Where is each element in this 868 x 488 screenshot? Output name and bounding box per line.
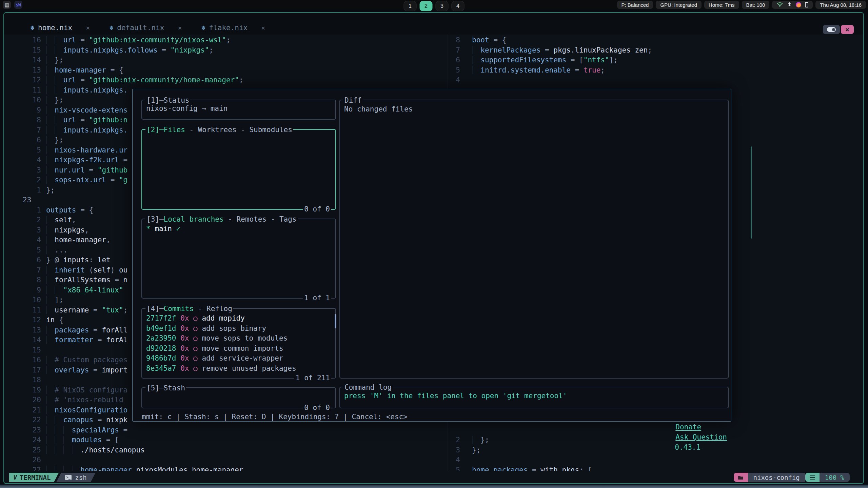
terminal-window: ❄ home.nix × ❄ default.nix × ❄ flake.nix… bbox=[3, 12, 864, 484]
commits-panel-title: [4]─Commits - Reflog bbox=[145, 304, 233, 314]
wifi-icon[interactable] bbox=[776, 1, 783, 8]
ask-question-link[interactable]: Ask Question bbox=[675, 433, 727, 441]
diff-panel-title: Diff bbox=[343, 95, 363, 105]
statusline: V TERMINAL >_ zsh nixos-config 100 % bbox=[4, 473, 863, 482]
clock-module[interactable]: Thu Aug 08, 18:16 bbox=[815, 1, 866, 9]
battery-module[interactable]: Bat: 100 bbox=[742, 1, 770, 9]
branches-panel-title: [3]─Local branches - Remotes - Tags bbox=[145, 214, 298, 224]
toggle-button[interactable] bbox=[823, 25, 840, 34]
home-ping-module[interactable]: Home: 7ms bbox=[704, 1, 739, 9]
nix-snowflake-icon: ❄ bbox=[110, 24, 114, 32]
lazygit-stash-panel[interactable]: [5]─Stash 0 of 0 bbox=[141, 387, 336, 408]
apps-grid-icon[interactable]: ▦ bbox=[3, 1, 11, 9]
commits-scrollbar-thumb[interactable] bbox=[335, 314, 336, 328]
lazygit-version: 0.43.1 bbox=[675, 443, 701, 451]
terminal-prompt-icon: >_ bbox=[65, 475, 72, 480]
bluetooth-icon[interactable] bbox=[787, 1, 792, 8]
tab-home-nix[interactable]: ❄ home.nix × bbox=[31, 24, 90, 32]
stash-count: 0 of 0 bbox=[303, 403, 331, 413]
stash-panel-title: [5]─Stash bbox=[145, 383, 186, 393]
tab-flake-nix[interactable]: ❄ flake.nix × bbox=[201, 24, 265, 32]
window-close-button[interactable]: × bbox=[841, 25, 854, 34]
mode-label: TERMINAL bbox=[20, 474, 51, 481]
status-modules: P: Balanced GPU: Integrated Home: 7ms Ba… bbox=[617, 1, 866, 9]
workspace-switcher: 1 2 3 4 bbox=[404, 1, 465, 11]
nix-snowflake-icon: ❄ bbox=[201, 24, 205, 32]
command-log-title: Command log bbox=[343, 382, 393, 392]
right-pane-scrollbar[interactable] bbox=[751, 146, 752, 239]
system-tray bbox=[772, 1, 813, 9]
folder-icon bbox=[734, 473, 748, 482]
lazygit-commits-panel[interactable]: [4]─Commits - Reflog 2717f2f 0x ○ add mo… bbox=[141, 308, 336, 379]
launcher-icons: ▦ $W bbox=[3, 1, 22, 9]
desktop-bottom-strip bbox=[0, 485, 868, 488]
wezterm-icon[interactable]: $W bbox=[14, 1, 22, 9]
lazygit-status-panel[interactable]: [1]─Status nixos-config → main bbox=[141, 100, 336, 120]
tab-close-icon[interactable]: × bbox=[86, 24, 90, 32]
shell-label: zsh bbox=[75, 474, 86, 481]
command-log-content: press 'M' in the files panel to open 'gi… bbox=[340, 387, 728, 401]
workspace-2-active[interactable]: 2 bbox=[420, 1, 433, 11]
lazygit-popup: [1]─Status nixos-config → main [2]─Files… bbox=[132, 89, 731, 422]
status-panel-title: [1]─Status bbox=[145, 95, 190, 105]
gpu-module[interactable]: GPU: Integrated bbox=[656, 1, 701, 9]
project-label: nixos-config bbox=[748, 473, 805, 482]
lazygit-branches-panel[interactable]: [3]─Local branches - Remotes - Tags * ma… bbox=[141, 219, 336, 299]
keybindings-hint: mmit: c | Stash: s | Reset: D | Keybindi… bbox=[142, 412, 408, 463]
scroll-progress: 100 % bbox=[820, 473, 850, 482]
donate-link[interactable]: Donate bbox=[675, 423, 701, 431]
diff-content: No changed files bbox=[340, 100, 728, 115]
nix-snowflake-icon: ❄ bbox=[31, 24, 35, 32]
phone-icon[interactable] bbox=[805, 2, 808, 7]
branches-count: 1 of 1 bbox=[303, 293, 331, 303]
vpn-icon[interactable] bbox=[796, 2, 801, 7]
workspace-1[interactable]: 1 bbox=[404, 1, 417, 11]
lazygit-command-log-panel[interactable]: Command log press 'M' in the files panel… bbox=[339, 387, 729, 408]
tab-close-icon[interactable]: × bbox=[178, 24, 182, 32]
files-panel-title: [2]─Files - Worktrees - Submodules bbox=[145, 125, 293, 135]
top-status-bar: ▦ $W 1 2 3 4 P: Balanced GPU: Integrated… bbox=[0, 0, 868, 9]
tab-close-icon[interactable]: × bbox=[261, 24, 265, 32]
workspace-4[interactable]: 4 bbox=[452, 1, 465, 11]
shell-segment: >_ zsh bbox=[56, 473, 95, 482]
commit-list[interactable]: 2717f2f 0x ○ add mopidyb49ef1d 0x ○ add … bbox=[142, 309, 335, 373]
power-profile-module[interactable]: P: Balanced bbox=[617, 1, 653, 9]
lazygit-files-panel[interactable]: [2]─Files - Worktrees - Submodules 0 of … bbox=[141, 129, 336, 210]
files-count: 0 of 0 bbox=[303, 204, 331, 214]
vim-icon: V bbox=[13, 474, 17, 481]
lazygit-diff-panel[interactable]: Diff No changed files bbox=[339, 100, 729, 379]
toggle-icon bbox=[827, 27, 836, 32]
workspace-3[interactable]: 3 bbox=[436, 1, 449, 11]
mode-segment: V TERMINAL bbox=[9, 473, 59, 482]
list-icon bbox=[805, 473, 820, 482]
buffer-tab-bar: ❄ home.nix × ❄ default.nix × ❄ flake.nix… bbox=[4, 13, 863, 35]
tab-default-nix[interactable]: ❄ default.nix × bbox=[110, 24, 182, 32]
commits-count: 1 of 211 bbox=[294, 373, 331, 383]
